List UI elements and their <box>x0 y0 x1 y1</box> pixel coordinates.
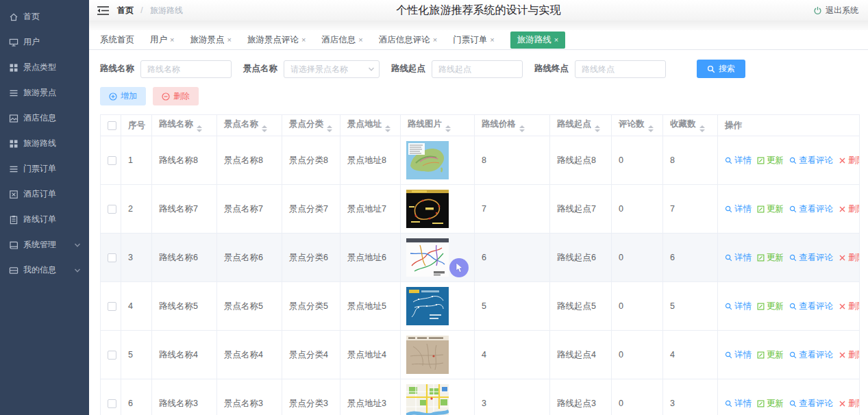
row-checkbox[interactable] <box>108 351 116 360</box>
action-delete[interactable]: 删除 <box>839 203 860 215</box>
column-header-景点地址[interactable]: 景点地址 <box>340 115 401 136</box>
action-update[interactable]: 更新 <box>757 203 784 215</box>
tab-旅游路线[interactable]: 旅游路线× <box>510 32 565 49</box>
action-label: 详情 <box>734 301 752 312</box>
route-image-blue-route-map[interactable] <box>406 286 449 326</box>
sidebar-item-我的信息[interactable]: 我的信息 <box>0 257 89 283</box>
action-detail[interactable]: 详情 <box>725 398 752 410</box>
cell-origin: 路线起点7 <box>550 185 612 234</box>
filter-input-路线终点[interactable] <box>575 60 666 78</box>
action-delete[interactable]: 删除 <box>839 349 860 361</box>
table-row: 3路线名称6景点名称6景点分类6景点地址66路线起点606详情更新查看评论删除 <box>101 234 860 282</box>
row-checkbox[interactable] <box>108 399 116 408</box>
column-header-路线价格[interactable]: 路线价格 <box>475 115 550 136</box>
tab-close-icon[interactable]: × <box>301 36 306 44</box>
row-checkbox[interactable] <box>108 156 116 165</box>
route-image-vintage-paper-map[interactable] <box>406 335 449 375</box>
action-view-comments[interactable]: 查看评论 <box>789 203 833 215</box>
column-header-路线图片[interactable]: 路线图片 <box>401 115 475 136</box>
action-detail[interactable]: 详情 <box>725 301 752 312</box>
action-delete[interactable]: 删除 <box>839 252 860 264</box>
tab-close-icon[interactable]: × <box>170 36 174 44</box>
action-delete[interactable]: 删除 <box>839 398 860 410</box>
sort-carets-icon[interactable] <box>445 125 451 132</box>
sort-carets-icon[interactable] <box>385 125 390 132</box>
column-header-评论数[interactable]: 评论数 <box>612 115 663 136</box>
action-update[interactable]: 更新 <box>757 349 784 361</box>
sort-carets-icon[interactable] <box>262 125 267 132</box>
sidebar-item-路线订单[interactable]: 路线订单 <box>0 207 89 232</box>
column-header-景点名称[interactable]: 景点名称 <box>217 115 282 136</box>
action-update[interactable]: 更新 <box>757 252 784 264</box>
sidebar-item-旅游路线[interactable]: 旅游路线 <box>0 131 89 156</box>
row-checkbox[interactable] <box>108 302 116 311</box>
tab-close-icon[interactable]: × <box>358 36 362 44</box>
row-checkbox[interactable] <box>108 205 116 214</box>
action-update[interactable]: 更新 <box>757 155 784 166</box>
action-detail[interactable]: 详情 <box>725 203 752 215</box>
action-delete[interactable]: 删除 <box>839 301 860 312</box>
sort-carets-icon[interactable] <box>648 125 654 132</box>
filter-input-路线名称[interactable] <box>140 60 232 78</box>
action-detail[interactable]: 详情 <box>725 349 752 361</box>
action-view-comments[interactable]: 查看评论 <box>789 398 833 410</box>
row-actions: 详情更新查看评论删除 <box>725 301 852 312</box>
action-view-comments[interactable]: 查看评论 <box>789 349 833 361</box>
sort-carets-icon[interactable] <box>595 125 600 132</box>
image-icon <box>9 114 18 123</box>
action-view-comments[interactable]: 查看评论 <box>789 301 833 312</box>
tab-酒店信息评论[interactable]: 酒店信息评论× <box>379 34 437 46</box>
tab-close-icon[interactable]: × <box>554 36 558 44</box>
sort-carets-icon[interactable] <box>327 125 332 132</box>
delete-button[interactable]: 删除 <box>153 87 199 105</box>
action-view-comments[interactable]: 查看评论 <box>789 252 833 264</box>
tab-close-icon[interactable]: × <box>433 36 437 44</box>
tab-旅游景点[interactable]: 旅游景点× <box>190 34 231 46</box>
route-image-china-terrain-map[interactable] <box>406 140 449 180</box>
column-header-收藏数[interactable]: 收藏数 <box>663 115 718 136</box>
spot-name-select[interactable] <box>284 60 380 78</box>
column-header-景点分类[interactable]: 景点分类 <box>282 115 340 136</box>
sidebar-item-酒店订单[interactable]: 酒店订单 <box>0 181 89 207</box>
route-image-city-street-map[interactable] <box>406 383 449 415</box>
sidebar-item-门票订单[interactable]: 门票订单 <box>0 156 89 181</box>
tab-close-icon[interactable]: × <box>490 36 494 44</box>
sort-carets-icon[interactable] <box>197 125 202 132</box>
select-all-checkbox[interactable] <box>108 121 116 130</box>
sidebar-item-系统管理[interactable]: 系统管理 <box>0 232 89 257</box>
action-view-comments[interactable]: 查看评论 <box>789 155 833 166</box>
tab-用户[interactable]: 用户× <box>150 34 174 46</box>
breadcrumb-home[interactable]: 首页 <box>117 5 134 15</box>
spot-name-select-input[interactable] <box>284 60 380 78</box>
action-update[interactable]: 更新 <box>757 398 784 410</box>
row-actions: 详情更新查看评论删除 <box>725 155 852 166</box>
tab-酒店信息[interactable]: 酒店信息× <box>321 34 362 46</box>
sidebar-collapse-icon[interactable] <box>97 5 109 16</box>
action-update[interactable]: 更新 <box>757 301 784 312</box>
row-checkbox[interactable] <box>108 253 116 262</box>
sort-carets-icon[interactable] <box>699 125 705 132</box>
tab-close-icon[interactable]: × <box>227 36 231 44</box>
route-image-dark-route-map[interactable] <box>406 189 449 229</box>
sort-carets-icon[interactable] <box>519 125 525 132</box>
logout-button[interactable]: 退出系统 <box>813 0 858 21</box>
column-header-路线起点[interactable]: 路线起点 <box>550 115 612 136</box>
add-button[interactable]: 增加 <box>100 87 146 105</box>
route-image-metro-line-map[interactable] <box>406 238 449 277</box>
tab-旅游景点评论[interactable]: 旅游景点评论× <box>247 34 306 46</box>
sidebar-item-首页[interactable]: 首页 <box>0 4 89 29</box>
action-delete[interactable]: 删除 <box>839 155 860 166</box>
sidebar-item-景点类型[interactable]: 景点类型 <box>0 55 89 80</box>
action-detail[interactable]: 详情 <box>725 155 752 166</box>
tab-门票订单[interactable]: 门票订单× <box>453 34 494 46</box>
sidebar-item-酒店信息[interactable]: 酒店信息 <box>0 105 89 131</box>
sidebar-item-旅游景点[interactable]: 旅游景点 <box>0 80 89 105</box>
sidebar-item-用户[interactable]: 用户 <box>0 29 89 55</box>
action-detail[interactable]: 详情 <box>725 252 752 264</box>
column-header-路线名称[interactable]: 路线名称 <box>152 115 217 136</box>
filter-input-路线起点[interactable] <box>432 60 523 78</box>
edit-icon <box>757 303 765 310</box>
search-button[interactable]: 搜索 <box>697 60 745 78</box>
cell-spot-category: 景点分类4 <box>282 331 340 379</box>
tab-系统首页[interactable]: 系统首页 <box>100 34 134 46</box>
